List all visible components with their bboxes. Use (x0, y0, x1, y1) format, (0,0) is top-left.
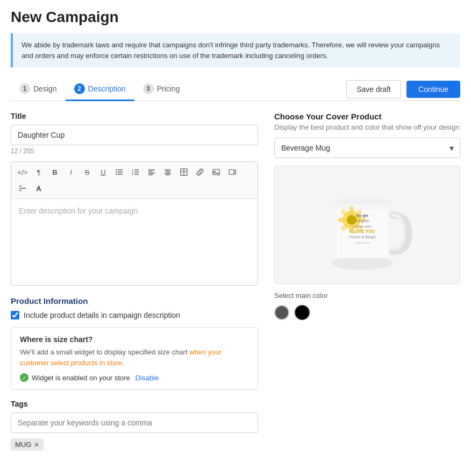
svg-point-24 (214, 170, 215, 172)
trademark-notice: We abide by trademark laws and require t… (11, 33, 460, 67)
cover-product-subtitle: Display the best product and color that … (274, 123, 460, 131)
tag-chips: MUG ✕ (11, 438, 258, 451)
title-label: Title (11, 112, 258, 120)
toolbar-align-center[interactable] (160, 164, 176, 180)
widget-enabled-icon (20, 373, 28, 382)
product-info-checkbox-row: Include product details in campaign desc… (11, 311, 258, 319)
editor-body[interactable]: Enter description for your campaign (11, 199, 258, 285)
toolbar-image[interactable] (208, 164, 224, 180)
tags-input[interactable] (11, 413, 258, 433)
product-select-wrapper: Beverage Mug T-Shirt Hoodie Phone Case ▾ (274, 138, 460, 158)
svg-point-31 (332, 256, 393, 269)
save-draft-button[interactable]: Save draft (346, 80, 401, 98)
cover-product-title: Choose Your Cover Product (274, 112, 460, 121)
toolbar-paragraph[interactable]: ¶ (31, 164, 47, 180)
widget-status: Widget is enabled on your store Disable (20, 373, 249, 382)
toolbar-underline[interactable]: U (95, 164, 111, 180)
product-info-title: Product Information (11, 296, 258, 306)
disable-widget-link[interactable]: Disable (135, 374, 159, 382)
toolbar-table[interactable] (176, 164, 192, 180)
tag-chip-label: MUG (15, 441, 31, 449)
size-chart-title: Where is size chart? (20, 335, 249, 344)
product-image-container: TO MY Daughter I am the storm I LOVE YOU… (274, 166, 460, 284)
tab-actions: Save draft Continue (346, 80, 460, 98)
color-label: Select main color (274, 292, 460, 300)
svg-text:3.: 3. (132, 173, 134, 176)
tags-label: Tags (11, 400, 258, 408)
tab-design[interactable]: 1 Design (11, 78, 66, 101)
product-select[interactable]: Beverage Mug T-Shirt Hoodie Phone Case (274, 138, 460, 158)
svg-point-35 (349, 206, 354, 214)
color-swatch-black[interactable] (295, 305, 310, 320)
tabs-row: 1 Design 2 Description 3 Pricing Save dr… (11, 78, 460, 101)
rich-text-editor: </> ¶ B I S U 1.2.3. (11, 161, 258, 286)
right-panel: Choose Your Cover Product Display the be… (274, 112, 460, 451)
toolbar-italic[interactable]: I (63, 164, 79, 180)
left-panel: Title 12 / 255 </> ¶ B I S U 1.2.3. (11, 112, 258, 451)
svg-text:TO MY: TO MY (356, 214, 368, 218)
tab-description-label: Description (88, 84, 126, 93)
tab-description[interactable]: 2 Description (66, 78, 134, 101)
svg-text:Forever & Always: Forever & Always (349, 235, 376, 239)
toolbar-list-ordered[interactable]: 1.2.3. (127, 164, 144, 180)
toolbar-code[interactable]: </> (15, 164, 31, 180)
tab-design-label: Design (33, 84, 57, 93)
editor-placeholder: Enter description for your campaign (19, 207, 138, 215)
toolbar-video[interactable] (224, 164, 240, 180)
tab-pricing-label: Pricing (157, 84, 180, 93)
mug-preview-image: TO MY Daughter I am the storm I LOVE YOU… (313, 171, 421, 279)
tab-description-badge: 2 (74, 83, 85, 94)
tag-chip-mug: MUG ✕ (11, 438, 44, 451)
toolbar-hr[interactable] (15, 180, 31, 196)
page-title: New Campaign (11, 9, 460, 26)
tab-pricing-badge: 3 (143, 83, 154, 94)
color-swatch-gray[interactable] (274, 305, 289, 320)
widget-status-text: Widget is enabled on your store (32, 374, 130, 382)
size-chart-description: We'll add a small widget to display spec… (20, 347, 249, 368)
editor-toolbar: </> ¶ B I S U 1.2.3. (11, 162, 258, 199)
include-product-details-checkbox[interactable] (11, 311, 19, 319)
toolbar-strikethrough[interactable]: S (79, 164, 95, 180)
svg-point-37 (338, 217, 346, 222)
toolbar-list-unordered[interactable] (111, 164, 127, 180)
svg-point-3 (116, 169, 117, 170)
toolbar-link[interactable] (192, 164, 208, 180)
toolbar-bold[interactable]: B (47, 164, 63, 180)
toolbar-align-left[interactable] (144, 164, 160, 180)
char-count: 12 / 255 (11, 147, 258, 155)
svg-text:Daughter: Daughter (355, 219, 370, 223)
title-input[interactable] (11, 125, 258, 145)
tab-pricing[interactable]: 3 Pricing (134, 78, 189, 101)
color-options (274, 305, 460, 320)
svg-point-4 (116, 172, 117, 173)
size-chart-box: Where is size chart? We'll add a small w… (11, 327, 258, 390)
tag-chip-remove[interactable]: ✕ (34, 441, 39, 449)
main-content: Title 12 / 255 </> ¶ B I S U 1.2.3. (11, 112, 460, 451)
tab-items: 1 Design 2 Description 3 Pricing (11, 78, 346, 101)
svg-text:I LOVE YOU: I LOVE YOU (350, 229, 375, 234)
toolbar-format-text[interactable]: A (31, 180, 47, 196)
svg-rect-25 (229, 170, 234, 175)
include-product-details-label: Include product details in campaign desc… (24, 311, 180, 319)
svg-text:I am the storm: I am the storm (353, 225, 372, 228)
continue-button[interactable]: Continue (406, 81, 460, 98)
svg-point-5 (116, 174, 117, 175)
tab-design-badge: 1 (19, 83, 30, 94)
svg-text:Love, mom: Love, mom (355, 241, 369, 244)
